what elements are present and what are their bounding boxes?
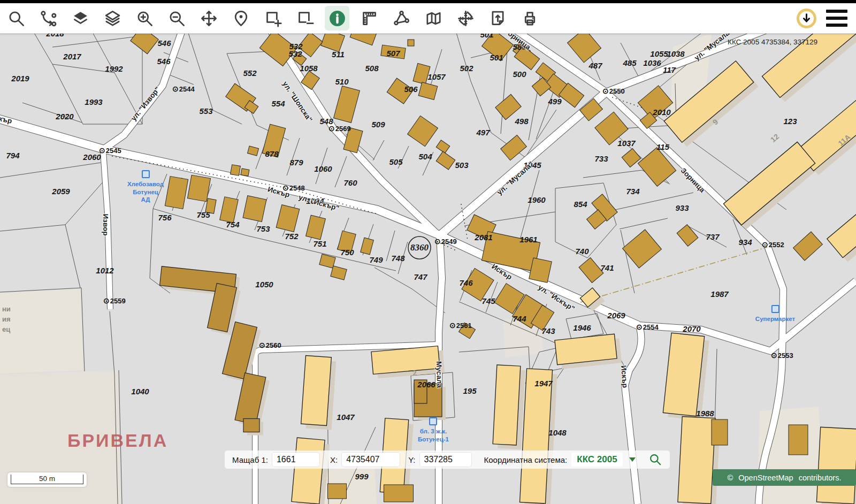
download-icon — [799, 11, 814, 26]
export-icon — [489, 10, 507, 27]
copyright-symbol: © — [728, 474, 733, 482]
hamburger-bar — [826, 17, 847, 20]
rect-plus-icon — [264, 10, 282, 27]
hamburger-bar — [826, 10, 847, 13]
search-icon — [7, 10, 25, 27]
layers-solid-icon — [72, 10, 89, 27]
watermark: БРИВЕЛА — [67, 430, 168, 451]
polygon-icon — [393, 10, 410, 27]
coordinate-readout: ККС 2005 4735384, 337129 — [728, 38, 817, 46]
map-icon — [425, 10, 442, 27]
download-button[interactable] — [797, 9, 816, 28]
x-coordinate-input[interactable] — [342, 453, 400, 467]
coordinate-control-bar: Мащаб 1: X: Y: Координатна система: ККС … — [225, 450, 670, 469]
y-label: Y: — [408, 455, 415, 464]
tool-map-sheets-button[interactable] — [421, 6, 446, 30]
crs-value: ККС 2005 — [577, 454, 617, 465]
tool-export-button[interactable] — [485, 6, 510, 30]
print-icon — [521, 10, 539, 27]
tool-coordinates-button[interactable] — [453, 6, 478, 30]
tool-base-layers-button[interactable] — [68, 6, 93, 30]
tool-zoom-rect-in-button[interactable] — [261, 6, 285, 30]
scale-bar: 50 m — [7, 472, 87, 487]
contributors-text: contributors. — [799, 474, 842, 482]
y-coordinate-input[interactable] — [420, 453, 471, 467]
tool-marker-button[interactable] — [228, 6, 253, 30]
search-icon — [648, 453, 662, 467]
move-icon — [200, 10, 218, 27]
scale-input[interactable] — [272, 453, 319, 467]
crs-dropdown[interactable]: ККС 2005 — [571, 453, 622, 467]
x-label: X: — [330, 455, 338, 464]
layers-icon — [104, 10, 121, 27]
hamburger-bar — [826, 24, 847, 27]
tool-zoom-rect-out-button[interactable] — [293, 6, 317, 30]
tool-print-button[interactable] — [517, 6, 542, 30]
chevron-down-icon[interactable] — [629, 457, 636, 462]
scale-bar-label: 50 m — [7, 475, 87, 483]
info-icon — [328, 10, 346, 27]
window-top-strip — [0, 0, 856, 3]
tool-area-measure-button[interactable] — [389, 6, 414, 30]
map-attribution: © OpenStreetMap contributors. — [713, 469, 856, 486]
tool-route-button[interactable] — [36, 6, 60, 30]
openstreetmap-link[interactable]: OpenStreetMap — [738, 474, 793, 482]
ruler-icon — [361, 10, 378, 27]
tool-info-button[interactable] — [325, 6, 349, 30]
tool-zoom-out-button[interactable] — [164, 6, 189, 30]
tool-pan-button[interactable] — [196, 6, 221, 30]
axes-icon — [457, 10, 475, 27]
tool-layers-button[interactable] — [100, 6, 125, 30]
scale-label: Мащаб 1: — [232, 455, 268, 464]
toolbar-right-group — [797, 9, 856, 28]
map-canvas[interactable]: 2018201719922019199320207942060205910125… — [0, 33, 856, 504]
pin-icon — [232, 10, 250, 27]
zoom-in-icon — [136, 10, 154, 27]
crs-label: Координатна система: — [484, 455, 568, 464]
rect-minus-icon — [296, 10, 314, 27]
zoom-out-icon — [168, 10, 186, 27]
cadastre-app: 2018201719922019199320207942060205910125… — [0, 0, 856, 504]
tool-search-button[interactable] — [4, 6, 28, 30]
hamburger-menu-button[interactable] — [826, 9, 847, 28]
coordinate-search-button[interactable] — [648, 453, 662, 467]
tool-measure-button[interactable] — [357, 6, 381, 30]
tool-zoom-in-button[interactable] — [132, 6, 157, 30]
map-toolbar — [0, 3, 856, 34]
route-icon — [40, 10, 57, 27]
